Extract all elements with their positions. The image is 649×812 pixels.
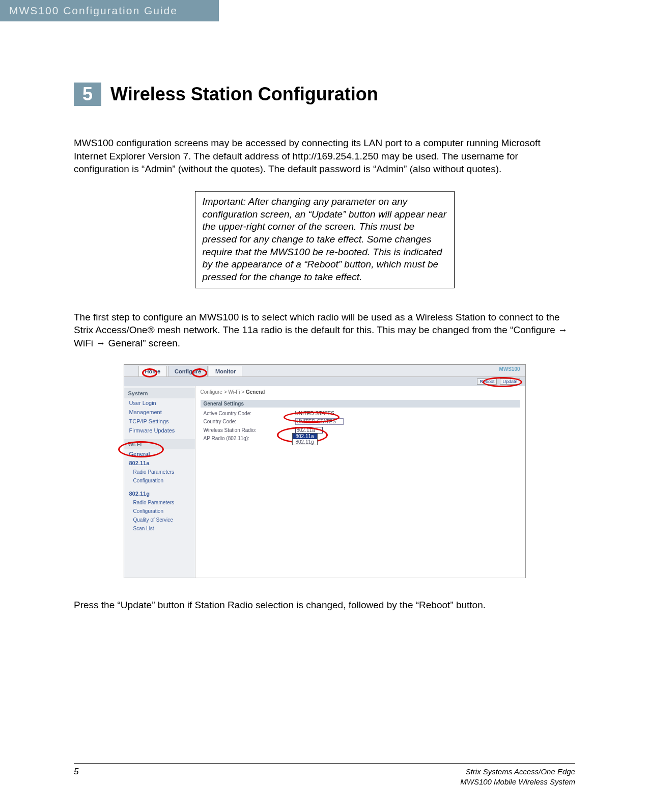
chapter-number: 5	[74, 83, 101, 106]
header-title: MWS100 Configuration Guide	[9, 5, 178, 17]
footer-right: Strix Systems Access/One Edge MWS100 Mob…	[460, 767, 575, 787]
row-station-radio: Wireless Station Radio: 802.11a 802.11a …	[201, 426, 520, 435]
sidebar-item-configuration-a[interactable]: Configuration	[124, 476, 195, 485]
sidebar-item-radioparams-g[interactable]: Radio Parameters	[124, 498, 195, 507]
sidebar-item-general[interactable]: General	[124, 449, 195, 458]
label-active-country: Active Country Code:	[204, 411, 295, 416]
dropdown-option-80211a[interactable]: 802.11a	[293, 434, 317, 439]
tab-home[interactable]: Home	[138, 366, 167, 376]
reboot-button[interactable]: Reboot	[477, 378, 497, 385]
page-footer: 5 Strix Systems Access/One Edge MWS100 M…	[74, 763, 575, 787]
sidebar-section-wifi: Wi-Fi	[124, 439, 195, 449]
update-button[interactable]: Update	[500, 378, 520, 385]
row-ap-radio: AP Radio (802.11g):	[201, 435, 520, 442]
breadcrumb-path: Configure > Wi-Fi >	[201, 389, 246, 395]
closing-paragraph: Press the “Update” button if Station Rad…	[74, 599, 575, 612]
sidebar-item-80211g[interactable]: 802.11g	[124, 489, 195, 498]
step-paragraph: The first step to configure an MWS100 is…	[74, 311, 575, 350]
value-active-country: UNITED STATES	[295, 411, 334, 416]
sidebar-item-configuration-g[interactable]: Configuration	[124, 507, 195, 516]
page-number: 5	[74, 767, 78, 777]
sidebar-item-qos[interactable]: Quality of Service	[124, 516, 195, 524]
select-country-code[interactable]: UNITED STATES	[295, 418, 344, 425]
dropdown-station-radio: 802.11a 802.11g	[292, 433, 318, 445]
sidebar-item-80211a[interactable]: 802.11a	[124, 458, 195, 468]
sidebar-item-scanlist[interactable]: Scan List	[124, 524, 195, 533]
tab-monitor[interactable]: Monitor	[209, 366, 242, 376]
row-country-code: Country Code: UNITED STATES	[201, 417, 520, 426]
tab-bar: Home Configure Monitor MWS100	[124, 365, 525, 377]
label-station-radio: Wireless Station Radio:	[204, 427, 295, 433]
label-ap-radio: AP Radio (802.11g):	[204, 436, 295, 441]
dropdown-option-80211g[interactable]: 802.11g	[293, 439, 317, 445]
sidebar-section-system: System	[124, 388, 195, 398]
footer-line1: Strix Systems Access/One Edge	[460, 767, 575, 777]
device-label: MWS100	[499, 366, 520, 372]
breadcrumb-current: General	[246, 389, 265, 395]
footer-line2: MWS100 Mobile Wireless System	[460, 777, 575, 787]
sidebar-item-radioparams-a[interactable]: Radio Parameters	[124, 468, 195, 476]
sidebar: System User Login Management TCP/IP Sett…	[124, 386, 195, 578]
breadcrumb: Configure > Wi-Fi > General	[201, 389, 520, 395]
page-content: 5 Wireless Station Configuration MWS100 …	[0, 21, 649, 611]
action-bar: Reboot Update	[124, 377, 525, 386]
callout-container: Important: After changing any parameter …	[74, 191, 575, 288]
sidebar-item-tcpip[interactable]: TCP/IP Settings	[124, 417, 195, 426]
sidebar-item-userlogin[interactable]: User Login	[124, 398, 195, 408]
label-country-code: Country Code:	[204, 419, 295, 424]
screenshot-container: Home Configure Monitor MWS100 Reboot Upd…	[74, 364, 575, 578]
sidebar-item-management[interactable]: Management	[124, 408, 195, 417]
chapter-heading: 5 Wireless Station Configuration	[74, 83, 575, 106]
main-pane: Configure > Wi-Fi > General General Sett…	[195, 386, 525, 578]
settings-header: General Settings	[201, 400, 520, 408]
chapter-title: Wireless Station Configuration	[110, 84, 378, 105]
header-band: MWS100 Configuration Guide	[0, 0, 219, 21]
sidebar-item-firmware[interactable]: Firmware Updates	[124, 426, 195, 435]
tab-configure[interactable]: Configure	[168, 366, 208, 376]
screenshot-body: System User Login Management TCP/IP Sett…	[124, 386, 525, 578]
row-active-country: Active Country Code: UNITED STATES	[201, 410, 520, 417]
important-callout: Important: After changing any parameter …	[195, 191, 455, 288]
intro-paragraph: MWS100 configuration screens may be acce…	[74, 137, 575, 176]
config-screenshot: Home Configure Monitor MWS100 Reboot Upd…	[124, 364, 526, 578]
